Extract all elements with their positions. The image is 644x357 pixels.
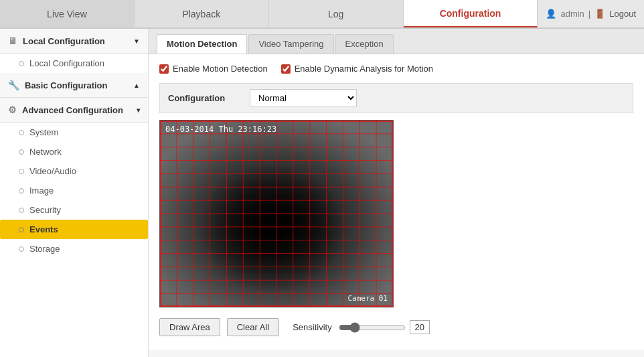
sidebar-group-local-label: Local Configuration <box>23 36 105 46</box>
tab-playback[interactable]: Playback <box>135 0 269 27</box>
tab-configuration[interactable]: Configuration <box>404 0 538 27</box>
chevron-up-icon: ▲ <box>133 82 140 89</box>
enable-motion-label[interactable]: Enable Motion Detection <box>159 64 268 74</box>
sidebar: 🖥 Local Configuration ▼ Local Configurat… <box>0 29 149 357</box>
tab-log[interactable]: Log <box>269 0 404 27</box>
bottom-controls: Draw Area Clear All Sensitivity 20 <box>159 314 633 340</box>
sub-tab-exception[interactable]: Exception <box>335 34 394 54</box>
sidebar-item-image[interactable]: Image <box>0 181 148 200</box>
enable-motion-checkbox[interactable] <box>159 64 169 74</box>
sidebar-group-advanced-label: Advanced Configuration <box>22 105 123 115</box>
sidebar-item-system[interactable]: System <box>0 123 148 142</box>
config-row: Configuration Normal Expert <box>159 83 633 113</box>
camera-timestamp: 04-03-2014 Thu 23:16:23 <box>165 125 276 134</box>
sidebar-group-advanced: ⚙ Advanced Configuration ▾ System Networ… <box>0 98 148 259</box>
sensitivity-label: Sensitivity <box>293 322 332 332</box>
sidebar-item-video-audio[interactable]: Video/Audio <box>0 161 148 181</box>
chevron-down-icon-adv: ▾ <box>137 106 140 114</box>
enable-dynamic-checkbox[interactable] <box>281 64 291 74</box>
sensitivity-value: 20 <box>410 320 430 334</box>
logout-icon: 🚪 <box>594 9 605 19</box>
sidebar-item-image-label: Image <box>29 186 54 196</box>
sidebar-item-events-label: Events <box>29 224 58 234</box>
slider-container: 20 <box>339 320 430 334</box>
dot-icon <box>19 169 24 174</box>
sidebar-item-events[interactable]: Events <box>0 220 148 239</box>
sidebar-item-network[interactable]: Network <box>0 142 148 161</box>
sidebar-group-local-header[interactable]: 🖥 Local Configuration ▼ <box>0 29 148 54</box>
sub-tab-video-tampering[interactable]: Video Tampering <box>248 34 333 54</box>
sidebar-group-basic-header[interactable]: 🔧 Basic Configuration ▲ <box>0 73 148 98</box>
sidebar-item-storage-label: Storage <box>29 244 60 254</box>
top-nav: Live View Playback Log Configuration 👤 a… <box>0 0 644 29</box>
sub-tab-motion-detection[interactable]: Motion Detection <box>157 34 247 54</box>
clear-all-button[interactable]: Clear All <box>227 318 279 336</box>
camera-feed: 04-03-2014 Thu 23:16:23 Camera 01 <box>159 120 394 307</box>
sidebar-item-video-audio-label: Video/Audio <box>29 166 76 176</box>
motion-grid <box>160 121 393 307</box>
tab-live-view[interactable]: Live View <box>0 0 135 27</box>
checkbox-row: Enable Motion Detection Enable Dynamic A… <box>159 64 633 74</box>
content-area: Enable Motion Detection Enable Dynamic A… <box>149 54 644 350</box>
sidebar-group-basic-label: Basic Configuration <box>25 80 108 90</box>
dot-icon <box>19 61 24 66</box>
sidebar-item-local-label: Local Configuration <box>29 58 104 68</box>
dot-icon <box>19 208 24 213</box>
layout: 🖥 Local Configuration ▼ Local Configurat… <box>0 29 644 357</box>
sidebar-group-basic: 🔧 Basic Configuration ▲ <box>0 73 148 98</box>
config-select[interactable]: Normal Expert <box>250 89 357 107</box>
sidebar-item-security-label: Security <box>29 205 61 215</box>
monitor-icon: 🖥 <box>8 35 17 46</box>
dot-icon <box>19 246 24 252</box>
sidebar-item-local-configuration[interactable]: Local Configuration <box>0 54 148 73</box>
logout-button[interactable]: Logout <box>609 9 636 19</box>
sidebar-item-network-label: Network <box>29 147 62 157</box>
sidebar-item-system-label: System <box>29 127 58 137</box>
gear-icon: ⚙ <box>8 104 17 115</box>
user-area: 👤 admin | 🚪 Logout <box>538 0 644 27</box>
dot-icon <box>19 130 24 135</box>
enable-dynamic-label[interactable]: Enable Dynamic Analysis for Motion <box>281 64 433 74</box>
user-icon: 👤 <box>546 9 556 19</box>
dot-icon <box>19 149 24 155</box>
config-label: Configuration <box>168 93 242 103</box>
draw-area-button[interactable]: Draw Area <box>159 318 220 336</box>
dot-icon <box>19 188 24 194</box>
sidebar-item-security[interactable]: Security <box>0 200 148 220</box>
sidebar-group-local: 🖥 Local Configuration ▼ Local Configurat… <box>0 29 148 73</box>
main-content: Motion Detection Video Tampering Excepti… <box>149 29 644 357</box>
sensitivity-slider[interactable] <box>339 322 406 333</box>
username: admin <box>560 9 584 19</box>
chevron-down-icon: ▼ <box>133 38 140 45</box>
camera-label: Camera 01 <box>347 294 388 303</box>
sidebar-item-storage[interactable]: Storage <box>0 239 148 259</box>
sidebar-group-advanced-header[interactable]: ⚙ Advanced Configuration ▾ <box>0 98 148 123</box>
dot-icon-active <box>19 227 24 232</box>
wrench-icon: 🔧 <box>8 80 19 90</box>
sub-tabs: Motion Detection Video Tampering Excepti… <box>149 29 644 54</box>
